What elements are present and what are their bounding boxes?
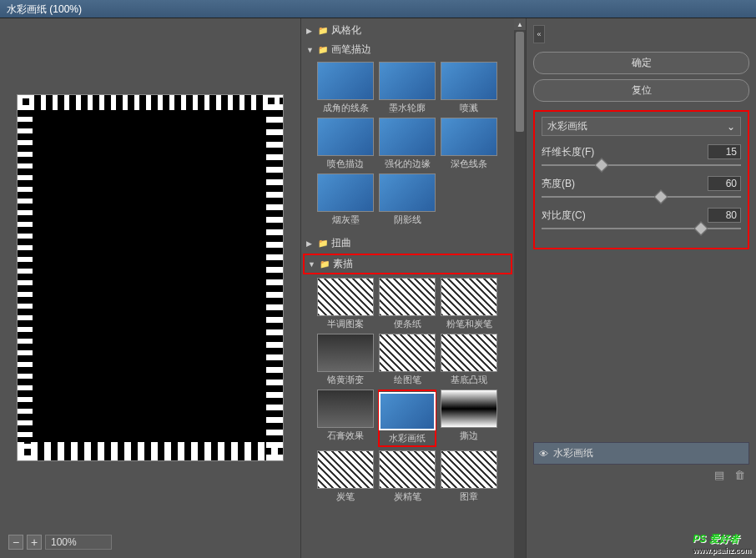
filter-thumb[interactable]: 烟灰墨 <box>316 173 375 226</box>
filter-settings-box: 水彩画纸 ⌄ 纤维长度(F) 15 亮度(B) 60 对比度(C) 80 <box>533 110 749 249</box>
filter-thumb[interactable]: 喷溅 <box>440 62 498 114</box>
collapse-toggle[interactable]: « <box>533 25 545 43</box>
filter-thumb[interactable]: 墨水轮廓 <box>378 62 436 114</box>
thumb-image <box>317 278 374 316</box>
slider-value-input[interactable]: 80 <box>708 208 741 223</box>
filter-thumb[interactable]: 水彩画纸 <box>378 390 436 447</box>
folder-icon: 📁 <box>318 45 328 54</box>
thumb-image <box>317 173 374 212</box>
filter-name-label: 水彩画纸 <box>547 119 587 133</box>
slider-track[interactable] <box>542 196 741 198</box>
slider-track[interactable] <box>542 164 741 166</box>
window-titlebar: 水彩画纸 (100%) <box>0 0 756 18</box>
thumb-label: 半调图案 <box>327 318 364 330</box>
filter-thumb[interactable]: 阴影线 <box>378 173 436 226</box>
slider-value-input[interactable]: 60 <box>708 176 741 191</box>
category-header[interactable]: ▼ 📁 画笔描边 <box>303 41 512 58</box>
slider-value-input[interactable]: 15 <box>708 144 741 159</box>
visibility-icon[interactable] <box>539 448 548 460</box>
zoom-select[interactable]: 100% <box>45 535 112 550</box>
filter-thumb[interactable]: 深色线条 <box>440 118 498 170</box>
filter-thumb[interactable]: 铬黄渐变 <box>316 334 375 386</box>
thumb-label: 基底凸现 <box>451 374 487 386</box>
disclosure-icon: ▶ <box>306 239 315 248</box>
reset-button[interactable]: 复位 <box>533 79 749 102</box>
thumb-label: 便条纸 <box>394 318 421 330</box>
folder-icon: 📁 <box>318 239 328 248</box>
preview-canvas <box>17 94 284 461</box>
thumb-image <box>441 450 497 489</box>
category-label: 画笔描边 <box>331 43 371 57</box>
zoom-in-button[interactable]: + <box>27 535 42 550</box>
filter-thumb[interactable]: 炭笔 <box>316 450 375 503</box>
disclosure-icon: ▼ <box>306 46 315 54</box>
slider-label: 亮度(B) <box>542 177 575 191</box>
filter-thumb[interactable]: 成角的线条 <box>316 62 375 114</box>
slider-row: 纤维长度(F) 15 <box>542 144 741 166</box>
ok-button[interactable]: 确定 <box>533 52 749 74</box>
filter-thumb[interactable]: 基底凸现 <box>440 334 498 386</box>
thumb-label: 喷溅 <box>460 102 478 114</box>
filter-thumb[interactable]: 撕边 <box>440 390 498 447</box>
thumb-image <box>441 118 497 156</box>
thumb-label: 强化的边缘 <box>385 158 431 170</box>
category-header[interactable]: ▼ 📁 素描 <box>303 254 512 274</box>
watermark: PS 爱好者 www.psahz.com <box>693 529 751 555</box>
thumb-label: 深色线条 <box>451 158 487 170</box>
thumb-image <box>379 392 436 430</box>
thumb-image <box>379 278 436 316</box>
category-header[interactable]: ▶ 📁 风格化 <box>303 22 512 39</box>
thumb-image <box>441 62 497 100</box>
settings-panel: « 确定 复位 水彩画纸 ⌄ 纤维长度(F) 15 亮度(B) 60 对比度(C… <box>526 18 756 558</box>
thumb-image <box>379 334 436 372</box>
category-label: 风格化 <box>331 23 361 38</box>
filter-thumb[interactable]: 粉笔和炭笔 <box>440 278 498 330</box>
thumb-image <box>441 278 497 316</box>
thumb-label: 墨水轮廓 <box>389 102 426 114</box>
thumb-label: 阴影线 <box>394 214 421 226</box>
filter-thumb[interactable]: 炭精笔 <box>378 450 436 503</box>
thumb-image <box>317 450 374 489</box>
gallery-scrollbar[interactable]: ▲ <box>514 18 526 558</box>
filter-thumb[interactable]: 半调图案 <box>316 278 375 330</box>
filter-thumb[interactable]: 喷色描边 <box>316 118 375 170</box>
category-header[interactable]: ▶ 📁 扭曲 <box>303 234 512 252</box>
category-label: 扭曲 <box>331 236 351 250</box>
slider-row: 对比度(C) 80 <box>542 208 741 229</box>
preview-footer: − + 100% <box>8 535 292 550</box>
effect-layer-item[interactable]: 水彩画纸 <box>533 442 749 465</box>
folder-icon: 📁 <box>318 26 328 35</box>
thumb-label: 水彩画纸 <box>389 432 426 445</box>
slider-track[interactable] <box>542 228 741 229</box>
slider-thumb[interactable] <box>654 190 668 204</box>
slider-thumb[interactable] <box>694 222 708 236</box>
thumb-image <box>317 118 374 156</box>
filter-thumb[interactable]: 石膏效果 <box>316 390 375 447</box>
thumb-image <box>379 173 436 212</box>
thumb-label: 炭精笔 <box>394 490 421 503</box>
thumb-image <box>317 62 374 100</box>
filter-list: ▶ 📁 风格化▼ 📁 画笔描边 成角的线条 墨水轮廓 喷溅 喷色描边 强化的边缘… <box>301 18 514 558</box>
filter-gallery-panel: ▶ 📁 风格化▼ 📁 画笔描边 成角的线条 墨水轮廓 喷溅 喷色描边 强化的边缘… <box>300 18 526 558</box>
category-label: 素描 <box>333 257 353 271</box>
thumb-image <box>441 334 497 372</box>
filter-name-dropdown[interactable]: 水彩画纸 ⌄ <box>542 117 741 136</box>
thumb-image <box>379 450 436 489</box>
scroll-thumb[interactable] <box>516 32 524 132</box>
delete-layer-icon[interactable]: 🗑 <box>733 468 746 481</box>
zoom-out-button[interactable]: − <box>8 535 23 550</box>
window-title: 水彩画纸 (100%) <box>7 3 82 15</box>
filter-thumb[interactable]: 图章 <box>440 450 498 503</box>
slider-thumb[interactable] <box>594 158 608 173</box>
thumb-image <box>379 62 436 100</box>
preview-area <box>8 27 292 528</box>
thumb-image <box>441 390 497 428</box>
new-layer-icon[interactable]: ▤ <box>713 468 726 481</box>
slider-label: 纤维长度(F) <box>542 145 594 159</box>
filter-thumb[interactable]: 绘图笔 <box>378 334 436 386</box>
thumb-label: 图章 <box>460 490 478 503</box>
filter-thumb[interactable]: 便条纸 <box>378 278 436 330</box>
filter-thumb[interactable]: 强化的边缘 <box>378 118 436 170</box>
scroll-up-arrow[interactable]: ▲ <box>514 18 526 30</box>
thumb-label: 石膏效果 <box>327 430 364 442</box>
